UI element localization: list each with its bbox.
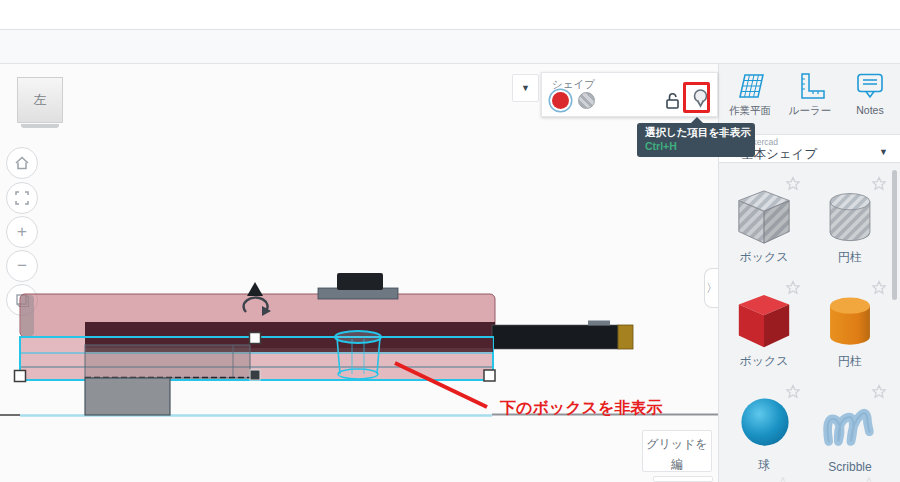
black-knob[interactable] — [337, 273, 383, 290]
gold-tip — [618, 325, 633, 349]
gray-tab — [588, 321, 610, 326]
hole-box-icon — [733, 186, 795, 250]
handle-top-mid[interactable] — [250, 333, 261, 344]
shape-label: 円柱 — [811, 249, 889, 266]
ruler-label: ルーラー — [789, 104, 832, 118]
ruler-icon — [794, 72, 826, 100]
chevron-down-icon: ▼ — [879, 147, 888, 157]
edit-grid-line1: グリッドを編 — [643, 434, 711, 475]
gray-bottom-box[interactable] — [85, 378, 170, 415]
orange-cylinder-icon — [821, 292, 879, 352]
workplane-icon — [734, 72, 766, 100]
shape-label: 球 — [725, 457, 803, 474]
color-swatch-red[interactable] — [552, 92, 569, 109]
hide-tooltip: 選択した項目を非表示 Ctrl+H — [637, 123, 755, 157]
shape-panel-title: シェイプ — [552, 78, 595, 92]
scribble-icon — [819, 396, 881, 452]
snap-grid-button[interactable] — [653, 476, 713, 482]
red-box-icon — [733, 290, 795, 354]
notes-label: Notes — [856, 104, 883, 116]
move-up-handle[interactable] — [247, 282, 263, 296]
black-bar[interactable] — [492, 325, 618, 349]
shape-item-sphere[interactable]: 球 — [725, 382, 803, 478]
shape-item-hole-box[interactable]: ボックス — [725, 174, 803, 270]
cyan-cylinder-top — [335, 331, 381, 343]
edit-toolbar — [0, 30, 900, 64]
ruler-tool[interactable]: ルーラー — [783, 72, 837, 130]
hole-cylinder-icon — [821, 188, 879, 248]
inspector-collapse-button[interactable]: ▼ — [512, 74, 539, 102]
notes-tool[interactable]: Notes — [843, 72, 897, 130]
sidebar-scrollbar[interactable] — [892, 170, 897, 300]
favorite-star-icon — [861, 476, 877, 482]
tinkercad-app: 下のボックスを非表示 T I N K E R C A D Ingenious W… — [0, 0, 900, 482]
unlock-button[interactable] — [664, 91, 681, 110]
edit-grid-button[interactable]: グリッドを編 集 — [642, 430, 712, 472]
3d-canvas[interactable]: 下のボックスを非表示 — [0, 64, 718, 482]
shape-label: Scribble — [811, 460, 889, 474]
handle-bottom-mid[interactable] — [250, 370, 260, 380]
shape-item-red-box[interactable]: ボックス — [725, 278, 803, 374]
top-box-left-cap — [21, 295, 34, 336]
gray-overlay-box — [85, 345, 250, 378]
sidebar-collapse-handle[interactable]: 〉 — [704, 268, 719, 308]
workplane-label: 作業平面 — [729, 104, 771, 118]
shape-label: 円柱 — [811, 353, 889, 370]
handle-bottom-left[interactable] — [15, 371, 26, 382]
annotation-highlight-box — [683, 82, 710, 113]
sphere-icon — [737, 394, 793, 450]
shape-item-orange-cylinder[interactable]: 円柱 — [811, 278, 889, 374]
unlock-icon — [664, 91, 681, 110]
tooltip-text: 選択した項目を非表示 — [645, 126, 747, 140]
shape-item-hole-cylinder[interactable]: 円柱 — [811, 174, 889, 270]
hole-swatch[interactable] — [578, 92, 595, 109]
handle-bottom-right[interactable] — [484, 370, 495, 381]
favorite-star-icon — [775, 476, 791, 482]
shape-label: ボックス — [725, 353, 803, 370]
tooltip-shortcut: Ctrl+H — [645, 140, 747, 152]
workplane-tool[interactable]: 作業平面 — [723, 72, 777, 130]
notes-icon — [855, 72, 885, 100]
header-bar — [0, 0, 900, 30]
shape-item-scribble[interactable]: Scribble — [811, 382, 889, 478]
annotation-text: 下のボックスを非表示 — [499, 399, 663, 417]
shape-label: ボックス — [725, 249, 803, 266]
